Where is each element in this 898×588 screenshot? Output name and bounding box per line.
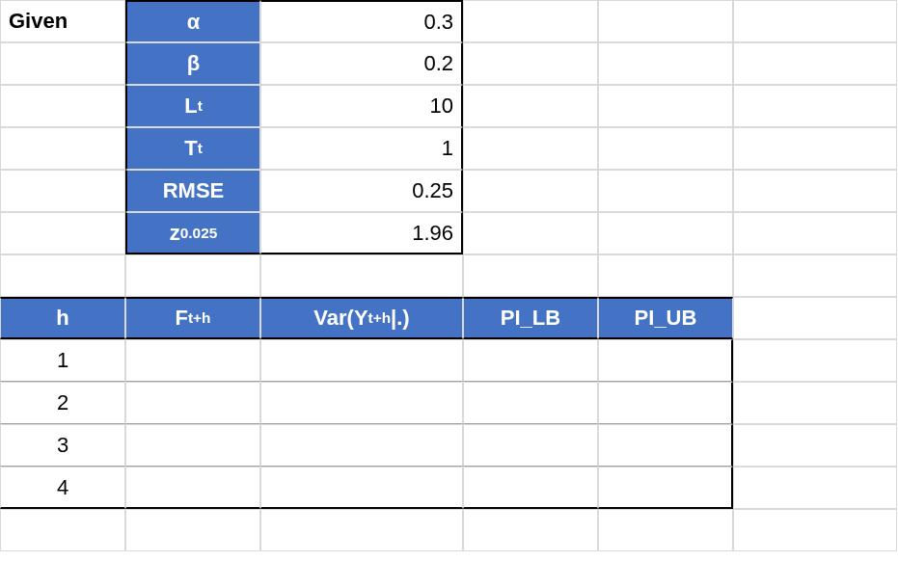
table-row-h[interactable]: 4	[0, 467, 125, 509]
empty-cell[interactable]	[598, 0, 733, 42]
empty-cell[interactable]	[463, 509, 598, 551]
empty-cell[interactable]	[0, 509, 125, 551]
empty-cell[interactable]	[733, 0, 897, 42]
param-z-value[interactable]: 1.96	[260, 212, 463, 254]
given-label: Given	[0, 0, 125, 42]
param-beta-value[interactable]: 0.2	[260, 42, 463, 85]
col-header-var: Var(Yt+h|.)	[260, 297, 463, 339]
empty-cell[interactable]	[0, 85, 125, 127]
empty-cell[interactable]	[0, 42, 125, 85]
param-z-label: z0.025	[125, 212, 260, 254]
empty-cell[interactable]	[598, 509, 733, 551]
table-row-h[interactable]: 2	[0, 382, 125, 424]
empty-cell[interactable]	[598, 42, 733, 85]
empty-cell[interactable]	[0, 254, 125, 297]
table-row-f[interactable]	[125, 382, 260, 424]
empty-cell[interactable]	[733, 212, 897, 254]
empty-cell[interactable]	[598, 85, 733, 127]
empty-cell[interactable]	[733, 170, 897, 212]
empty-cell[interactable]	[733, 467, 897, 509]
table-row-pilb[interactable]	[463, 339, 598, 382]
empty-cell[interactable]	[463, 212, 598, 254]
table-row-piub[interactable]	[598, 467, 733, 509]
empty-cell[interactable]	[125, 254, 260, 297]
spreadsheet-grid: Given α 0.3 β 0.2 Lt 10 Tt 1 RMSE 0.25 z…	[0, 0, 898, 551]
empty-cell[interactable]	[733, 127, 897, 170]
table-row-h[interactable]: 1	[0, 339, 125, 382]
param-tt-value[interactable]: 1	[260, 127, 463, 170]
table-row-var[interactable]	[260, 467, 463, 509]
param-alpha-value[interactable]: 0.3	[260, 0, 463, 42]
empty-cell[interactable]	[0, 212, 125, 254]
table-row-f[interactable]	[125, 424, 260, 467]
param-tt-label: Tt	[125, 127, 260, 170]
table-row-f[interactable]	[125, 467, 260, 509]
empty-cell[interactable]	[733, 297, 897, 339]
empty-cell[interactable]	[0, 127, 125, 170]
table-row-var[interactable]	[260, 382, 463, 424]
table-row-var[interactable]	[260, 339, 463, 382]
empty-cell[interactable]	[463, 42, 598, 85]
empty-cell[interactable]	[0, 170, 125, 212]
empty-cell[interactable]	[733, 509, 897, 551]
empty-cell[interactable]	[463, 254, 598, 297]
param-rmse-value[interactable]: 0.25	[260, 170, 463, 212]
table-row-pilb[interactable]	[463, 382, 598, 424]
empty-cell[interactable]	[733, 424, 897, 467]
param-lt-value[interactable]: 10	[260, 85, 463, 127]
table-row-piub[interactable]	[598, 339, 733, 382]
col-header-pilb: PI_LB	[463, 297, 598, 339]
table-row-h[interactable]: 3	[0, 424, 125, 467]
empty-cell[interactable]	[598, 212, 733, 254]
table-row-piub[interactable]	[598, 382, 733, 424]
col-header-piub: PI_UB	[598, 297, 733, 339]
col-header-h: h	[0, 297, 125, 339]
table-row-piub[interactable]	[598, 424, 733, 467]
param-beta-label: β	[125, 42, 260, 85]
param-alpha-label: α	[125, 0, 260, 42]
empty-cell[interactable]	[598, 254, 733, 297]
empty-cell[interactable]	[260, 509, 463, 551]
col-header-f: Ft+h	[125, 297, 260, 339]
empty-cell[interactable]	[733, 339, 897, 382]
table-row-var[interactable]	[260, 424, 463, 467]
empty-cell[interactable]	[733, 85, 897, 127]
empty-cell[interactable]	[733, 254, 897, 297]
empty-cell[interactable]	[463, 127, 598, 170]
param-lt-label: Lt	[125, 85, 260, 127]
param-rmse-label: RMSE	[125, 170, 260, 212]
empty-cell[interactable]	[463, 85, 598, 127]
table-row-pilb[interactable]	[463, 424, 598, 467]
empty-cell[interactable]	[125, 509, 260, 551]
table-row-f[interactable]	[125, 339, 260, 382]
empty-cell[interactable]	[463, 170, 598, 212]
empty-cell[interactable]	[260, 254, 463, 297]
empty-cell[interactable]	[733, 42, 897, 85]
empty-cell[interactable]	[598, 127, 733, 170]
empty-cell[interactable]	[598, 170, 733, 212]
table-row-pilb[interactable]	[463, 467, 598, 509]
empty-cell[interactable]	[463, 0, 598, 42]
empty-cell[interactable]	[733, 382, 897, 424]
